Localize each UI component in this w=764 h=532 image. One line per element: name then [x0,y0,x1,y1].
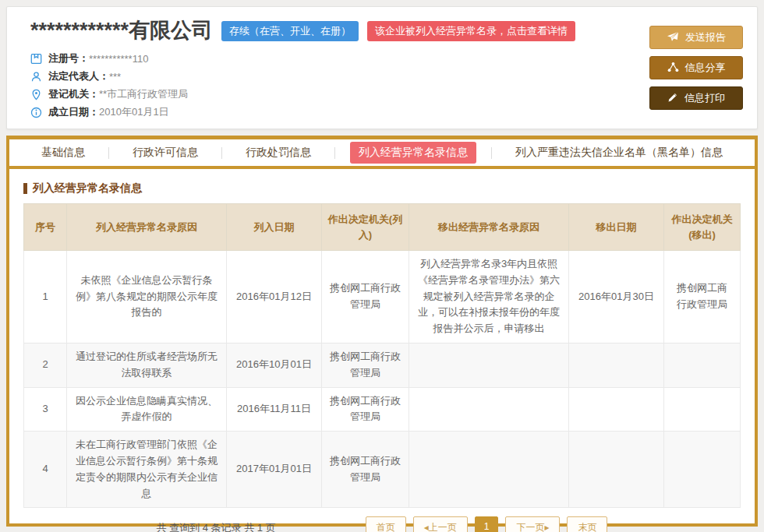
page-number-button[interactable]: 1 [475,516,499,532]
info-value: *** [109,71,121,83]
tab-administrative-license[interactable]: 行政许可信息 [124,142,207,164]
pencil-icon [667,92,678,105]
action-label: 信息分享 [685,61,726,75]
table-footer: 共 查询到 4 条记录 共 1 页 首页 ◂上一页 1 下一页▸ 末页 [23,508,741,532]
cell-listing-reason: 通过登记的住所或者经营场所无法取得联系 [67,343,227,387]
cell-index: 2 [24,343,67,387]
info-icon [30,107,42,118]
section-title: 列入经营异常名录信息 [23,181,741,196]
cell-removal-reason [409,343,569,387]
cell-removal-date [569,387,664,432]
next-page-button[interactable]: 下一页▸ [505,516,560,532]
table-row: 2 通过登记的住所或者经营场所无法取得联系 2016年10月01日 携创网工商行… [24,343,741,387]
cell-listing-authority: 携创网工商行政管理局 [322,343,409,387]
cell-listing-date: 2016年11月11日 [227,387,322,432]
col-header-removal-date: 移出日期 [569,204,664,251]
cell-removal-date: 2016年01月30日 [569,251,664,344]
info-row-registration-number: 注册号： ***********110 [30,50,745,68]
table-row: 4 未在工商行政管理部门依照《企业信息公示暂行条例》第十条规定责令的期限内公示有… [24,432,741,508]
cell-removal-authority [664,387,741,432]
tab-bar: 基础信息 行政许可信息 行政处罚信息 列入经营异常名录信息 列入严重违法失信企业… [9,139,755,169]
paper-plane-icon [667,31,679,44]
cell-listing-date: 2017年01月01日 [227,432,322,508]
cell-removal-date [569,343,664,387]
info-row-establishment-date: 成立日期： 2010年01月1日 [30,104,745,122]
info-row-legal-representative: 法定代表人： *** [30,68,745,86]
record-count-summary: 共 查询到 4 条记录 共 1 页 [157,521,276,532]
cell-removal-reason [409,387,569,432]
header-action-buttons: 发送报告 信息分享 信息打印 [649,26,743,110]
info-value: 2010年01月1日 [99,105,169,119]
send-report-button[interactable]: 发送报告 [649,26,743,49]
last-page-button[interactable]: 末页 [567,516,607,532]
cell-removal-date [569,432,664,508]
certificate-icon [30,53,42,65]
table-row: 1 未依照《企业信息公示暂行条例》第八条规定的期限公示年度报告的 2016年01… [24,251,741,344]
cell-index: 3 [24,387,67,432]
status-badge: 存续（在营、开业、在册） [221,21,359,41]
pagination: 首页 ◂上一页 1 下一页▸ 末页 [366,516,608,532]
tab-divider [221,147,222,159]
table-row: 3 因公示企业信息隐瞒真实情况、弄虚作假的 2016年11月11日 携创网工商行… [24,387,741,432]
tab-serious-violations-blacklist[interactable]: 列入严重违法失信企业名单（黑名单）信息 [507,142,731,164]
tab-content: 列入经营异常名录信息 序号 列入经营异常名录原因 列入日期 作出决定机关(列入)… [9,169,755,532]
tab-administrative-penalty[interactable]: 行政处罚信息 [237,142,320,164]
tab-divider [491,147,492,159]
col-header-listing-authority: 作出决定机关(列入) [322,204,409,251]
first-page-button[interactable]: 首页 [366,516,406,532]
cell-listing-date: 2016年10月01日 [227,343,322,387]
col-header-listing-reason: 列入经营异常名录原因 [67,204,227,251]
tab-divider [334,147,335,159]
title-row: ************有限公司 存续（在营、开业、在册） 该企业被列入经营异常… [30,19,745,43]
tab-abnormal-operations[interactable]: 列入经营异常名录信息 [350,142,476,164]
main-panel: 基础信息 行政许可信息 行政处罚信息 列入经营异常名录信息 列入严重违法失信企业… [6,136,758,527]
section-title-text: 列入经营异常名录信息 [33,181,142,196]
col-header-listing-date: 列入日期 [227,204,322,251]
cell-index: 1 [24,251,67,344]
cell-removal-reason [409,432,569,508]
abnormal-operations-table: 序号 列入经营异常名录原因 列入日期 作出决定机关(列入) 移出经营异常名录原因… [23,203,741,508]
section-title-bar [23,183,27,194]
cell-removal-authority: 携创网工商行政管理局 [664,251,741,344]
print-info-button[interactable]: 信息打印 [649,86,743,110]
location-icon [30,89,42,100]
action-label: 发送报告 [685,30,726,44]
cell-listing-reason: 未在工商行政管理部门依照《企业信息公示暂行条例》第十条规定责令的期限内公示有关企… [67,432,227,508]
cell-listing-reason: 未依照《企业信息公示暂行条例》第八条规定的期限公示年度报告的 [67,251,227,344]
cell-removal-authority [664,432,741,508]
tab-divider [108,147,109,159]
cell-listing-date: 2016年01月12日 [227,251,322,344]
share-info-button[interactable]: 信息分享 [649,56,743,79]
company-header-card: ************有限公司 存续（在营、开业、在册） 该企业被列入经营异常… [6,6,758,129]
info-value: **市工商行政管理局 [99,87,188,101]
cell-listing-authority: 携创网工商行政管理局 [322,251,409,344]
info-value: ***********110 [89,53,148,65]
tab-basic-info[interactable]: 基础信息 [33,142,94,164]
action-label: 信息打印 [684,91,725,105]
col-header-removal-authority: 作出决定机关(移出) [664,204,741,251]
previous-page-button[interactable]: ◂上一页 [413,516,468,532]
cell-listing-reason: 因公示企业信息隐瞒真实情况、弄虚作假的 [67,387,227,432]
info-label: 成立日期： [48,105,99,119]
info-label: 登记机关： [48,87,99,101]
info-label: 法定代表人： [48,69,109,83]
cell-index: 4 [24,432,67,508]
abnormal-alert-badge[interactable]: 该企业被列入经营异常名录，点击查看详情 [367,21,575,41]
person-icon [30,71,42,83]
cell-listing-authority: 携创网工商行政管理局 [322,387,409,432]
cell-removal-reason: 列入经营异常名录3年内且依照《经营异常名录管理办法》第六规定被列入经营异常名录的… [409,251,569,344]
col-header-removal-reason: 移出经营异常名录原因 [409,204,569,251]
share-nodes-icon [667,62,679,75]
col-header-index: 序号 [24,204,67,251]
cell-listing-authority: 携创网工商行政管理局 [322,432,409,508]
info-label: 注册号： [48,51,89,65]
table-header-row: 序号 列入经营异常名录原因 列入日期 作出决定机关(列入) 移出经营异常名录原因… [24,204,741,251]
cell-removal-authority [664,343,741,387]
info-row-registration-authority: 登记机关： **市工商行政管理局 [30,86,745,104]
company-name: ************有限公司 [30,19,213,43]
